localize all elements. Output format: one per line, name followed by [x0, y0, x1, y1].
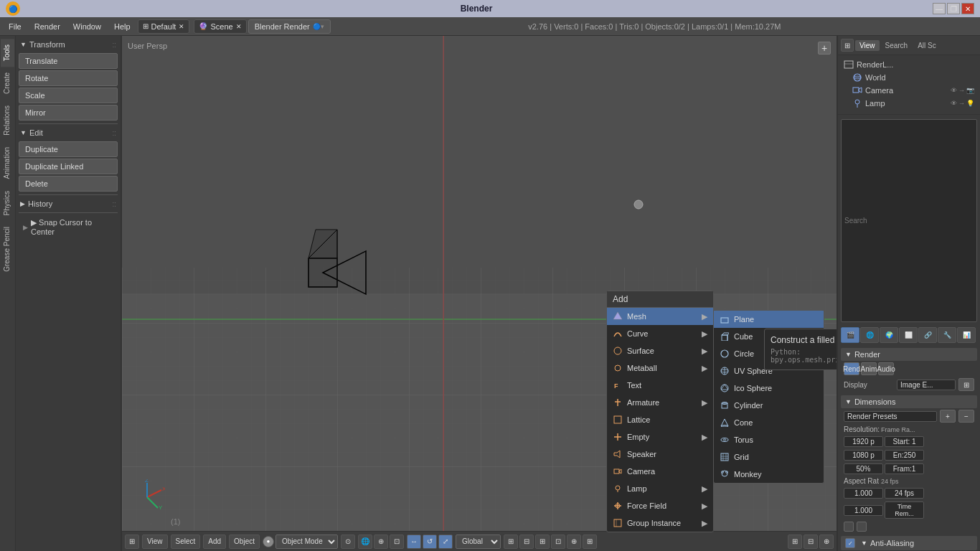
lamp-vis-eye[interactable]: 👁	[951, 100, 957, 107]
res-y[interactable]: 1080 p	[844, 450, 883, 461]
scale-button[interactable]: Scale	[19, 88, 118, 103]
rp-tab-search[interactable]: Search	[881, 40, 913, 51]
viewport-view-btn[interactable]: View	[142, 534, 168, 549]
snap-icon-5[interactable]: ⊕	[567, 534, 581, 549]
viewport-icon-left[interactable]: ⊞	[125, 534, 139, 549]
fps-select[interactable]: 24 fps	[885, 488, 924, 499]
camera-vis-render[interactable]: 📷	[966, 87, 974, 94]
minimize-button[interactable]: —	[933, 3, 946, 14]
side-tab-relations[interactable]: Relations	[1, 100, 14, 141]
ctx-metaball[interactable]: Metaball ▶	[607, 359, 713, 377]
aa-checkbox[interactable]: ✓	[845, 538, 855, 548]
translate-button[interactable]: Translate	[19, 53, 118, 69]
rotate-button[interactable]: Rotate	[19, 70, 118, 86]
pivot-icon[interactable]: ⊙	[341, 534, 355, 549]
tree-world[interactable]: World	[841, 71, 977, 84]
camera-vis-arrow[interactable]: →	[958, 87, 965, 94]
vp-scale-icon[interactable]: ⤢	[438, 534, 453, 549]
ctx-speaker[interactable]: Speaker	[607, 446, 713, 463]
viewport-select-btn[interactable]: Select	[171, 534, 201, 549]
menu-help[interactable]: Help	[108, 21, 136, 32]
vp-icon-2[interactable]: ⊕	[374, 534, 388, 549]
menu-render[interactable]: Render	[29, 21, 66, 32]
ctx-lattice[interactable]: Lattice	[607, 411, 713, 428]
ctx-force-field[interactable]: Force Field ▶	[607, 497, 713, 514]
ctx-lamp[interactable]: Lamp ▶	[607, 480, 713, 497]
aa-header[interactable]: ✓ ▼ Anti-Aliasing	[841, 536, 977, 550]
frame-end[interactable]: En:250	[885, 450, 924, 461]
menu-window[interactable]: Window	[67, 21, 107, 32]
snap-cursor-row[interactable]: ▶ ▶ Snap Cursor to Center	[19, 216, 118, 238]
snap-icon-6[interactable]: ⊞	[583, 534, 597, 549]
display-extra-btn[interactable]: ⊞	[958, 378, 974, 391]
ctx-mesh[interactable]: Mesh ▶	[607, 308, 713, 325]
delete-button[interactable]: Delete	[19, 176, 118, 192]
scene-widget[interactable]: 🔮 Scene ✕	[194, 19, 246, 34]
rp-tab-view[interactable]: View	[855, 40, 880, 51]
ctx-group-instance[interactable]: Group Instance ▶	[607, 514, 713, 532]
render-tab-anim[interactable]: Anim	[861, 362, 877, 375]
mirror-button[interactable]: Mirror	[19, 105, 118, 121]
aspect-x[interactable]: 1.000	[844, 488, 883, 499]
mesh-torus[interactable]: Torus	[714, 431, 824, 448]
ctx-surface[interactable]: Surface ▶	[607, 342, 713, 359]
render-engine-btn[interactable]: Blender Render 🔵▾	[248, 19, 331, 34]
side-tab-animation[interactable]: Animation	[1, 141, 14, 184]
prop-data-icon[interactable]: 📊	[957, 327, 976, 343]
prop-constraint-icon[interactable]: 🔗	[918, 327, 937, 343]
vp-translate-icon[interactable]: ↔	[407, 534, 421, 549]
mesh-cone[interactable]: Cone	[714, 414, 824, 431]
menu-file[interactable]: File	[3, 21, 27, 32]
display-value[interactable]: Image E...	[897, 380, 956, 390]
prop-modifier-icon[interactable]: 🔧	[938, 327, 956, 343]
viewport-object-btn[interactable]: Object	[229, 534, 260, 549]
viewport-add-button[interactable]: +	[818, 42, 831, 55]
res-pct[interactable]: 50%	[844, 463, 883, 474]
vp-icon-1[interactable]: 🌐	[358, 534, 372, 549]
camera-vis-eye[interactable]: 👁	[951, 87, 957, 94]
side-tab-grease-pencil[interactable]: Grease Pencil	[1, 221, 14, 278]
side-tab-physics[interactable]: Physics	[1, 185, 14, 221]
side-tab-tools[interactable]: Tools	[1, 39, 14, 67]
vp-right-icon-3[interactable]: ⊕	[819, 534, 834, 549]
snap-icon-4[interactable]: ⊡	[551, 534, 565, 549]
ctx-text[interactable]: F Text	[607, 377, 713, 394]
presets-remove[interactable]: −	[958, 410, 974, 423]
lamp-vis-render[interactable]: 💡	[966, 100, 974, 107]
transform-orientation[interactable]: Global Local Normal	[456, 534, 501, 549]
snap-icon-2[interactable]: ⊟	[519, 534, 534, 549]
dimensions-header[interactable]: ▼ Dimensions	[841, 395, 977, 408]
aspect-y[interactable]: 1.000	[844, 505, 883, 516]
side-tab-create[interactable]: Create	[1, 67, 14, 100]
mesh-monkey[interactable]: Monkey	[714, 466, 824, 483]
frame-current[interactable]: Fram:1	[885, 463, 924, 474]
render-section-header[interactable]: ▼ Render	[841, 348, 977, 361]
rp-tab-all[interactable]: All Sc	[913, 40, 941, 51]
ctx-empty[interactable]: Empty ▶	[607, 428, 713, 446]
vp-right-icon-2[interactable]: ⊟	[804, 534, 818, 549]
mode-select[interactable]: Object Mode Edit Mode Sculpt Mode	[275, 534, 338, 549]
tree-render-root[interactable]: RenderL...	[841, 58, 977, 71]
ctx-armature[interactable]: Armature ▶	[607, 394, 713, 411]
frame-start[interactable]: Start: 1	[885, 436, 924, 447]
duplicate-button[interactable]: Duplicate	[19, 141, 118, 157]
vp-icon-3[interactable]: ⊡	[390, 534, 404, 549]
mesh-grid[interactable]: Grid	[714, 448, 824, 466]
mesh-ico-sphere[interactable]: Ico Sphere	[714, 380, 824, 397]
dim-check-1[interactable]	[844, 522, 854, 532]
rp-search-input[interactable]	[841, 119, 977, 322]
layout-widget[interactable]: ⊞ Default ✕	[138, 19, 190, 34]
ctx-camera[interactable]: Camera	[607, 463, 713, 480]
mesh-cylinder[interactable]: Cylinder	[714, 397, 824, 414]
dim-check-2[interactable]	[857, 522, 867, 532]
duplicate-linked-button[interactable]: Duplicate Linked	[19, 159, 118, 174]
viewport-add-menu-btn[interactable]: Add	[203, 534, 226, 549]
close-button[interactable]: ✕	[961, 3, 974, 14]
presets-add[interactable]: +	[940, 410, 956, 423]
tree-camera[interactable]: Camera 👁 → 📷	[841, 84, 977, 97]
ctx-curve[interactable]: Curve ▶	[607, 325, 713, 342]
tree-lamp[interactable]: Lamp 👁 → 💡	[841, 97, 977, 110]
render-presets-btn[interactable]: Render Presets	[844, 411, 937, 422]
viewport[interactable]: User Persp + X Y Z (1) Add Mesh ▶	[122, 36, 837, 551]
vp-right-icon-1[interactable]: ⊞	[788, 534, 802, 549]
